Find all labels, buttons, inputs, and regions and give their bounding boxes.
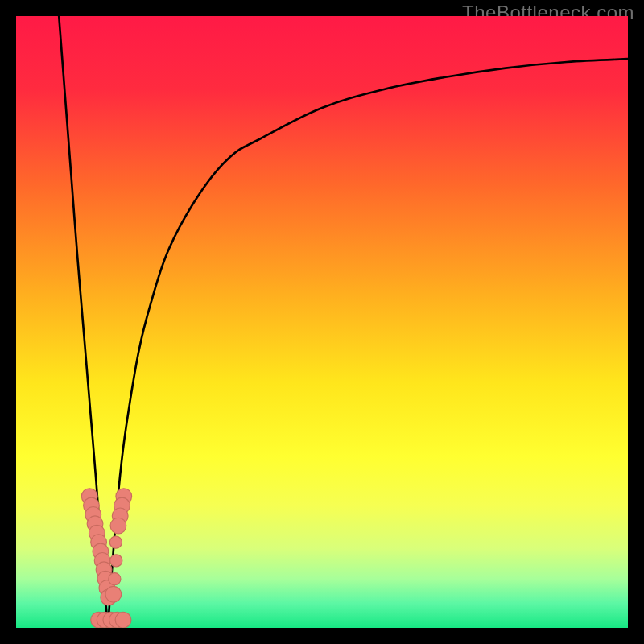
plot-area (16, 16, 628, 628)
data-marker (115, 612, 131, 628)
chart-frame: TheBottleneck.com (0, 0, 644, 644)
data-marker (109, 536, 122, 548)
right-branch-curve (108, 59, 628, 628)
data-marker (110, 518, 126, 534)
data-marker (105, 586, 122, 602)
data-marker (109, 573, 121, 585)
curves-layer (16, 16, 628, 628)
data-marker (110, 555, 122, 567)
